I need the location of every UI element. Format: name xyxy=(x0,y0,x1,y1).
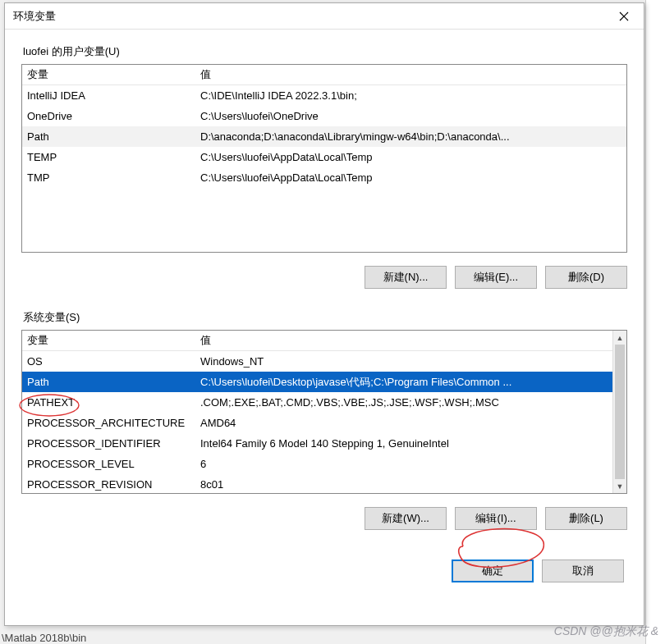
system-buttons-row: 新建(W)... 编辑(I)... 删除(L) xyxy=(21,499,627,543)
var-value: D:\anaconda;D:\anaconda\Library\mingw-w6… xyxy=(199,130,626,143)
header-var: 变量 xyxy=(22,333,199,348)
system-new-button[interactable]: 新建(W)... xyxy=(365,507,447,530)
user-vars-group: luofei 的用户变量(U) 变量 值 IntelliJ IDEAC:\IDE… xyxy=(21,44,627,302)
var-value: Intel64 Family 6 Model 140 Stepping 1, G… xyxy=(199,437,626,450)
table-row[interactable]: PATHEXT.COM;.EXE;.BAT;.CMD;.VBS;.VBE;.JS… xyxy=(22,392,626,413)
var-name: OneDrive xyxy=(22,110,199,122)
watermark: CSDN @@抱米花 & xyxy=(554,624,658,639)
system-delete-button[interactable]: 删除(L) xyxy=(545,507,627,530)
system-edit-button[interactable]: 编辑(I)... xyxy=(455,507,537,530)
user-vars-listbox[interactable]: 变量 值 IntelliJ IDEAC:\IDE\IntelliJ IDEA 2… xyxy=(21,64,627,253)
table-row[interactable]: PathD:\anaconda;D:\anaconda\Library\ming… xyxy=(22,126,626,147)
var-value: C:\Users\luofei\OneDrive xyxy=(199,110,626,122)
var-name: Path xyxy=(22,376,199,388)
var-value: C:\Users\luofei\AppData\Local\Temp xyxy=(199,151,626,163)
system-vars-label: 系统变量(S) xyxy=(21,310,627,325)
user-new-button[interactable]: 新建(N)... xyxy=(365,266,447,289)
var-name: TEMP xyxy=(22,151,199,163)
var-value: C:\IDE\IntelliJ IDEA 2022.3.1\bin; xyxy=(199,89,626,102)
var-name: PROCESSOR_REVISION xyxy=(22,478,199,491)
table-row[interactable]: IntelliJ IDEAC:\IDE\IntelliJ IDEA 2022.3… xyxy=(22,85,626,106)
list-header: 变量 值 xyxy=(22,331,626,351)
scrollbar[interactable]: ▲ ▼ xyxy=(612,331,626,493)
var-value: AMD64 xyxy=(199,417,626,429)
table-row[interactable]: TMPC:\Users\luofei\AppData\Local\Temp xyxy=(22,167,626,188)
var-name: TMP xyxy=(22,171,199,184)
var-value: .COM;.EXE;.BAT;.CMD;.VBS;.VBE;.JS;.JSE;.… xyxy=(199,396,626,409)
dialog-title: 环境变量 xyxy=(13,9,606,24)
ok-button[interactable]: 确定 xyxy=(452,560,534,582)
titlebar: 环境变量 xyxy=(5,3,644,30)
close-icon xyxy=(619,11,629,21)
table-row[interactable]: OSWindows_NT xyxy=(22,351,626,372)
header-val: 值 xyxy=(199,333,626,348)
user-delete-button[interactable]: 删除(D) xyxy=(545,266,627,289)
header-val: 值 xyxy=(199,67,626,82)
var-value: C:\Users\luofei\AppData\Local\Temp xyxy=(199,171,626,184)
table-row[interactable]: PROCESSOR_ARCHITECTUREAMD64 xyxy=(22,413,626,433)
scroll-down-icon[interactable]: ▼ xyxy=(613,479,626,493)
var-name: OS xyxy=(22,355,199,368)
var-name: IntelliJ IDEA xyxy=(22,89,199,102)
background-strip xyxy=(645,0,665,644)
var-value: C:\Users\luofei\Desktop\javase\代码;C:\Pro… xyxy=(199,375,626,390)
var-value: 6 xyxy=(199,458,626,470)
header-var: 变量 xyxy=(22,67,199,82)
var-value: 8c01 xyxy=(199,478,626,491)
system-vars-listbox[interactable]: 变量 值 OSWindows_NTPathC:\Users\luofei\Des… xyxy=(21,330,627,494)
table-row[interactable]: PROCESSOR_IDENTIFIERIntel64 Family 6 Mod… xyxy=(22,433,626,454)
dialog-content: luofei 的用户变量(U) 变量 值 IntelliJ IDEAC:\IDE… xyxy=(5,30,644,625)
user-buttons-row: 新建(N)... 编辑(E)... 删除(D) xyxy=(21,258,627,302)
user-vars-label: luofei 的用户变量(U) xyxy=(21,44,627,59)
env-variable-dialog: 环境变量 luofei 的用户变量(U) 变量 值 IntelliJ IDEAC… xyxy=(4,2,644,626)
cancel-button[interactable]: 取消 xyxy=(542,560,624,582)
system-vars-group: 系统变量(S) 变量 值 OSWindows_NTPathC:\Users\lu… xyxy=(21,310,627,543)
scroll-thumb[interactable] xyxy=(615,345,625,479)
dialog-footer: 确定 取消 xyxy=(21,551,627,582)
list-header: 变量 值 xyxy=(22,65,626,85)
user-edit-button[interactable]: 编辑(E)... xyxy=(455,266,537,289)
table-row[interactable]: PathC:\Users\luofei\Desktop\javase\代码;C:… xyxy=(22,372,626,392)
scroll-up-icon[interactable]: ▲ xyxy=(613,331,626,345)
table-row[interactable]: TEMPC:\Users\luofei\AppData\Local\Temp xyxy=(22,147,626,167)
table-row[interactable]: PROCESSOR_REVISION8c01 xyxy=(22,474,626,494)
var-name: PROCESSOR_IDENTIFIER xyxy=(22,437,199,450)
table-row[interactable]: OneDriveC:\Users\luofei\OneDrive xyxy=(22,106,626,126)
var-name: PROCESSOR_ARCHITECTURE xyxy=(22,417,199,429)
var-name: PROCESSOR_LEVEL xyxy=(22,458,199,470)
var-name: PATHEXT xyxy=(22,396,199,409)
var-name: Path xyxy=(22,130,199,143)
var-value: Windows_NT xyxy=(199,355,626,368)
close-button[interactable] xyxy=(606,4,642,29)
table-row[interactable]: PROCESSOR_LEVEL6 xyxy=(22,454,626,474)
